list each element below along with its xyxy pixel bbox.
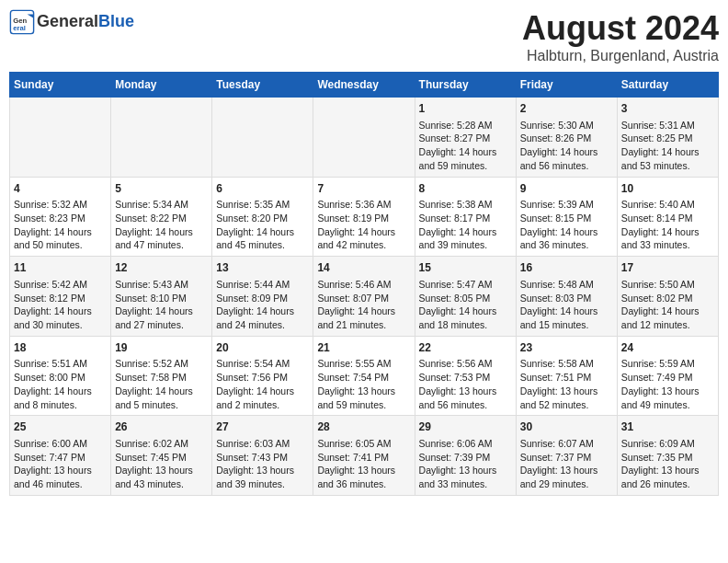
cell-content: Daylight: 14 hours xyxy=(115,385,208,398)
cell-content: Sunrise: 5:44 AM xyxy=(216,278,309,292)
calendar-cell xyxy=(111,98,212,178)
cell-content: Sunrise: 5:56 AM xyxy=(419,357,512,371)
cell-content: and 59 minutes. xyxy=(419,159,512,173)
cell-content: Sunrise: 5:39 AM xyxy=(520,198,613,212)
calendar-cell: 24Sunrise: 5:59 AMSunset: 7:49 PMDayligh… xyxy=(617,336,718,416)
calendar-cell: 21Sunrise: 5:55 AMSunset: 7:54 PMDayligh… xyxy=(313,336,415,416)
cell-content: and 56 minutes. xyxy=(419,398,512,412)
cell-content: Daylight: 14 hours xyxy=(115,225,208,239)
cell-content: Sunset: 7:43 PM xyxy=(216,451,309,465)
calendar-cell: 19Sunrise: 5:52 AMSunset: 7:58 PMDayligh… xyxy=(111,336,212,416)
cell-content: Sunrise: 5:48 AM xyxy=(520,278,613,292)
day-number: 10 xyxy=(621,181,714,197)
calendar-cell: 15Sunrise: 5:47 AMSunset: 8:05 PMDayligh… xyxy=(415,257,516,337)
cell-content: Sunrise: 5:43 AM xyxy=(115,278,208,292)
calendar-cell: 13Sunrise: 5:44 AMSunset: 8:09 PMDayligh… xyxy=(212,257,313,337)
column-header-monday: Monday xyxy=(111,73,212,98)
cell-content: and 42 minutes. xyxy=(317,238,410,252)
cell-content: Sunset: 7:54 PM xyxy=(317,371,410,385)
cell-content: Daylight: 13 hours xyxy=(14,464,107,477)
cell-content: Sunset: 7:47 PM xyxy=(14,451,107,465)
cell-content: and 52 minutes. xyxy=(520,398,613,412)
cell-content: and 45 minutes. xyxy=(216,238,309,252)
logo-text-blue: Blue xyxy=(98,12,134,30)
calendar-cell: 7Sunrise: 5:36 AMSunset: 8:19 PMDaylight… xyxy=(313,177,415,257)
calendar-cell: 26Sunrise: 6:02 AMSunset: 7:45 PMDayligh… xyxy=(111,416,212,496)
cell-content: Daylight: 14 hours xyxy=(216,225,309,239)
cell-content: Daylight: 14 hours xyxy=(115,304,208,318)
cell-content: Daylight: 14 hours xyxy=(520,225,613,239)
cell-content: Sunrise: 5:38 AM xyxy=(419,198,512,212)
day-number: 4 xyxy=(14,181,107,197)
cell-content: Daylight: 14 hours xyxy=(216,304,309,318)
cell-content: and 43 minutes. xyxy=(115,477,208,491)
cell-content: Sunset: 8:05 PM xyxy=(419,292,512,305)
calendar-cell: 14Sunrise: 5:46 AMSunset: 8:07 PMDayligh… xyxy=(313,257,415,337)
calendar-week-1: 1Sunrise: 5:28 AMSunset: 8:27 PMDaylight… xyxy=(10,98,719,178)
cell-content: and 33 minutes. xyxy=(419,477,512,491)
cell-content: Daylight: 13 hours xyxy=(621,385,714,398)
cell-content: Sunrise: 5:59 AM xyxy=(621,357,714,371)
cell-content: Daylight: 14 hours xyxy=(317,304,410,318)
page-subtitle: Halbturn, Burgenland, Austria xyxy=(522,48,719,64)
cell-content: Sunset: 8:15 PM xyxy=(520,212,613,225)
cell-content: Daylight: 14 hours xyxy=(520,304,613,318)
cell-content: Daylight: 14 hours xyxy=(317,225,410,239)
cell-content: Sunset: 7:37 PM xyxy=(520,451,613,465)
calendar-cell: 29Sunrise: 6:06 AMSunset: 7:39 PMDayligh… xyxy=(415,416,516,496)
cell-content: and 29 minutes. xyxy=(520,477,613,491)
cell-content: Sunrise: 6:06 AM xyxy=(419,437,512,451)
cell-content: Daylight: 14 hours xyxy=(14,385,107,398)
cell-content: Sunset: 7:56 PM xyxy=(216,371,309,385)
cell-content: Daylight: 13 hours xyxy=(520,464,613,477)
cell-content: Sunrise: 6:07 AM xyxy=(520,437,613,451)
cell-content: Sunrise: 5:55 AM xyxy=(317,357,410,371)
cell-content: Sunset: 7:58 PM xyxy=(115,371,208,385)
cell-content: Sunset: 8:19 PM xyxy=(317,212,410,225)
cell-content: and 2 minutes. xyxy=(216,398,309,412)
cell-content: and 49 minutes. xyxy=(621,398,714,412)
cell-content: Sunset: 8:12 PM xyxy=(14,292,107,305)
cell-content: Sunset: 8:26 PM xyxy=(520,132,613,145)
column-header-wednesday: Wednesday xyxy=(313,73,415,98)
calendar-cell: 30Sunrise: 6:07 AMSunset: 7:37 PMDayligh… xyxy=(516,416,617,496)
column-header-friday: Friday xyxy=(516,73,617,98)
cell-content: Sunrise: 6:00 AM xyxy=(14,437,107,451)
day-number: 22 xyxy=(419,340,512,356)
cell-content: and 39 minutes. xyxy=(216,477,309,491)
cell-content: Sunset: 8:14 PM xyxy=(621,212,714,225)
calendar-cell xyxy=(212,98,313,178)
cell-content: Daylight: 14 hours xyxy=(216,385,309,398)
day-number: 17 xyxy=(621,260,714,276)
cell-content: Sunset: 8:27 PM xyxy=(419,132,512,145)
cell-content: Sunset: 8:09 PM xyxy=(216,292,309,305)
cell-content: Daylight: 14 hours xyxy=(621,145,714,159)
cell-content: Daylight: 13 hours xyxy=(317,464,410,477)
day-number: 6 xyxy=(216,181,309,197)
cell-content: Sunrise: 5:58 AM xyxy=(520,357,613,371)
day-number: 2 xyxy=(520,101,613,117)
cell-content: Sunrise: 6:09 AM xyxy=(621,437,714,451)
cell-content: Daylight: 14 hours xyxy=(520,145,613,159)
day-number: 26 xyxy=(115,419,208,435)
cell-content: Daylight: 13 hours xyxy=(419,385,512,398)
calendar-cell: 18Sunrise: 5:51 AMSunset: 8:00 PMDayligh… xyxy=(10,336,111,416)
calendar-week-5: 25Sunrise: 6:00 AMSunset: 7:47 PMDayligh… xyxy=(10,416,719,496)
cell-content: and 47 minutes. xyxy=(115,238,208,252)
calendar-week-2: 4Sunrise: 5:32 AMSunset: 8:23 PMDaylight… xyxy=(10,177,719,257)
cell-content: Sunset: 7:45 PM xyxy=(115,451,208,465)
cell-content: and 53 minutes. xyxy=(621,159,714,173)
cell-content: Sunset: 8:23 PM xyxy=(14,212,107,225)
calendar-cell: 5Sunrise: 5:34 AMSunset: 8:22 PMDaylight… xyxy=(111,177,212,257)
cell-content: Sunrise: 5:52 AM xyxy=(115,357,208,371)
cell-content: Sunset: 7:49 PM xyxy=(621,371,714,385)
day-number: 15 xyxy=(419,260,512,276)
cell-content: Daylight: 14 hours xyxy=(419,145,512,159)
cell-content: Sunset: 7:53 PM xyxy=(419,371,512,385)
calendar-cell: 12Sunrise: 5:43 AMSunset: 8:10 PMDayligh… xyxy=(111,257,212,337)
day-number: 3 xyxy=(621,101,714,117)
day-number: 28 xyxy=(317,419,410,435)
cell-content: Daylight: 14 hours xyxy=(419,225,512,239)
cell-content: Daylight: 14 hours xyxy=(621,225,714,239)
day-number: 5 xyxy=(115,181,208,197)
